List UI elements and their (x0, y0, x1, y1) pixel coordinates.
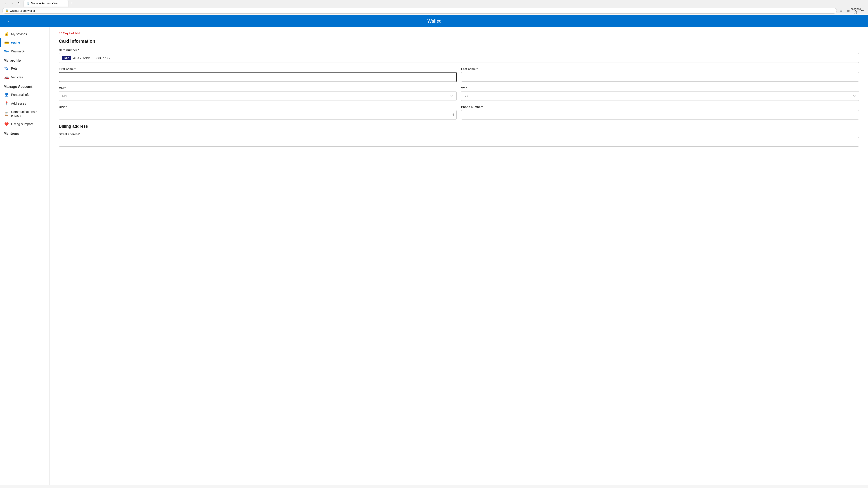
card-number-text: 4347 6999 8888 7777 (73, 56, 111, 60)
name-row: First name * Last name * (59, 67, 859, 87)
street-label: Street address* (59, 132, 859, 136)
incognito-button[interactable]: Incognito (3) (852, 7, 859, 14)
sidebar-label-addresses: Addresses (11, 102, 26, 105)
card-number-group: Card number * VISA 4347 6999 8888 7777 (59, 48, 859, 63)
personal-info-icon: 👤 (4, 92, 9, 97)
street-group: Street address* (59, 132, 859, 147)
cvv-group: CVV * ℹ (59, 105, 457, 120)
url-text: walmart.com/wallet (10, 9, 834, 12)
nav-reload-button[interactable]: ↻ (16, 0, 22, 6)
first-name-input[interactable] (59, 72, 457, 82)
vehicles-icon: 🚗 (4, 75, 9, 79)
cvv-input[interactable] (59, 110, 457, 120)
mm-select[interactable]: MM 0102 0304 0506 0708 0910 1112 (59, 91, 457, 101)
sidebar-item-communications[interactable]: 📋 Communications & privacy (0, 108, 50, 120)
sidebar-item-wallet[interactable]: 💳 Wallet (0, 38, 50, 47)
card-number-field[interactable]: VISA 4347 6999 8888 7777 (59, 53, 859, 63)
sidebar-item-walmart-plus[interactable]: W+ Walmart+ (0, 47, 50, 55)
street-input[interactable] (59, 137, 859, 147)
addresses-icon: 📍 (4, 101, 9, 105)
first-name-label: First name * (59, 67, 457, 71)
address-bar: 🔒 walmart.com/wallet ☆ ▭ Incognito (3) ⋯ (0, 6, 868, 15)
browser-chrome: ‹ › ↻ 🛒 Manage Account - Wallet - Wa... … (0, 0, 868, 15)
bookmark-button[interactable]: ☆ (838, 7, 844, 14)
billing-section-title: Billing address (59, 124, 859, 129)
sidebar-label-communications: Communications & privacy (11, 110, 46, 117)
card-section-title: Card information (59, 39, 859, 44)
app-body: 💰 My savings 💳 Wallet W+ Walmart+ My pro… (0, 27, 868, 485)
visa-badge: VISA (62, 56, 71, 60)
sidebar-label-wallet: Wallet (11, 41, 20, 45)
section-label-manage-account: Manage Account (0, 82, 50, 90)
nav-forward-button[interactable]: › (9, 0, 16, 6)
mm-group: MM * MM 0102 0304 0506 0708 0910 1112 (59, 87, 457, 101)
yy-group: YY * YY 2425 2627 2829 3031 3233 (461, 87, 859, 101)
required-star: * (59, 32, 60, 35)
main-content: * * Required field Card information Card… (50, 27, 868, 485)
expiry-row: MM * MM 0102 0304 0506 0708 0910 1112 YY… (59, 87, 859, 105)
card-number-label: Card number * (59, 48, 859, 52)
browser-actions: ☆ ▭ Incognito (3) ⋯ (838, 7, 866, 14)
sidebar-label-my-savings: My savings (11, 32, 27, 36)
sidebar-item-my-savings[interactable]: 💰 My savings (0, 30, 50, 38)
tab-favicon: 🛒 (26, 2, 30, 5)
lock-icon: 🔒 (5, 9, 8, 12)
section-label-my-items: My items (0, 128, 50, 137)
first-name-group: First name * (59, 67, 457, 82)
sidebar-item-personal-info[interactable]: 👤 Personal info (0, 90, 50, 99)
last-name-group: Last name * (461, 67, 859, 82)
phone-group: Phone number* (461, 105, 859, 120)
app-header: ‹ Wallet (0, 15, 868, 27)
savings-icon: 💰 (4, 32, 9, 36)
cvv-label: CVV * (59, 105, 457, 109)
page-title: Wallet (428, 19, 440, 24)
tab-close-button[interactable]: ✕ (62, 2, 66, 5)
active-tab[interactable]: 🛒 Manage Account - Wallet - Wa... ✕ (24, 0, 69, 6)
last-name-label: Last name * (461, 67, 859, 71)
tab-title: Manage Account - Wallet - Wa... (31, 2, 61, 5)
wallet-icon: 💳 (4, 41, 9, 45)
sidebar: 💰 My savings 💳 Wallet W+ Walmart+ My pro… (0, 27, 50, 485)
mm-label: MM * (59, 87, 457, 90)
sidebar-item-addresses[interactable]: 📍 Addresses (0, 99, 50, 108)
phone-label: Phone number* (461, 105, 859, 109)
sidebar-item-vehicles[interactable]: 🚗 Vehicles (0, 73, 50, 82)
tab-bar: ‹ › ↻ 🛒 Manage Account - Wallet - Wa... … (0, 0, 868, 6)
menu-button[interactable]: ⋯ (860, 7, 866, 14)
new-tab-button[interactable]: + (69, 0, 75, 6)
sidebar-label-pets: Pets (11, 67, 18, 70)
sidebar-label-personal-info: Personal info (11, 93, 30, 96)
yy-label: YY * (461, 87, 859, 90)
section-label-my-profile: My profile (0, 55, 50, 64)
walmart-plus-icon: W+ (4, 50, 9, 53)
phone-input[interactable] (461, 110, 859, 120)
cvv-info-icon[interactable]: ℹ (453, 113, 454, 117)
cvv-wrapper: ℹ (59, 110, 457, 120)
sidebar-item-giving[interactable]: ❤️ Giving & impact (0, 120, 50, 128)
header-back-button[interactable]: ‹ (4, 17, 13, 25)
pets-icon: 🐾 (4, 66, 9, 70)
url-bar[interactable]: 🔒 walmart.com/wallet (2, 8, 837, 13)
yy-select[interactable]: YY 2425 2627 2829 3031 3233 (461, 91, 859, 101)
required-note: * * Required field (59, 32, 859, 35)
sidebar-label-walmart-plus: Walmart+ (11, 50, 25, 53)
last-name-input[interactable] (461, 72, 859, 82)
communications-icon: 📋 (4, 111, 9, 116)
nav-back-button[interactable]: ‹ (2, 0, 8, 6)
giving-icon: ❤️ (4, 122, 9, 126)
sidebar-item-pets[interactable]: 🐾 Pets (0, 64, 50, 73)
cvv-phone-row: CVV * ℹ Phone number* (59, 105, 859, 124)
sidebar-label-vehicles: Vehicles (11, 75, 23, 79)
sidebar-label-giving: Giving & impact (11, 122, 33, 126)
